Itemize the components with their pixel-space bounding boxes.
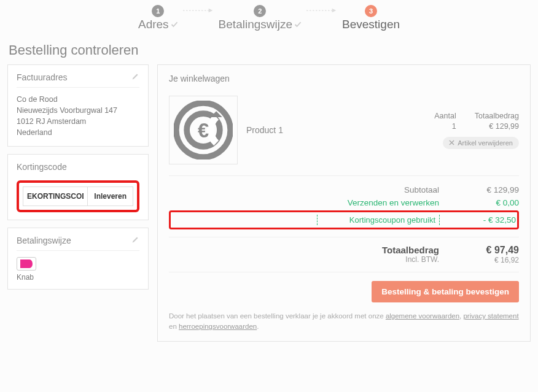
edit-icon[interactable]: [131, 72, 139, 82]
step-label: Bevestigen: [342, 18, 400, 31]
svg-text:€: €: [198, 119, 209, 142]
check-icon: [171, 21, 178, 28]
edit-icon[interactable]: [131, 236, 139, 245]
page-title: Bestelling controleren: [9, 42, 531, 58]
qty-label: Aantal: [434, 112, 456, 120]
line-total-value: € 129,99: [475, 122, 519, 131]
coupon-input[interactable]: [23, 186, 88, 206]
sep: en: [169, 323, 179, 330]
address-line: Nieuwezijds Voorburgwal 147: [17, 105, 139, 116]
step-label: Adres: [138, 18, 169, 31]
shipping-label: Verzenden en verwerken: [316, 198, 439, 207]
subtotal-label: Subtotaal: [316, 185, 439, 194]
step-label: Betalingswijze: [219, 18, 292, 31]
step-number: 1: [152, 5, 164, 17]
product-name: Product 1: [246, 125, 426, 135]
subtotal-value: € 129,99: [464, 185, 519, 194]
step-number: 2: [254, 5, 266, 17]
confirm-order-button[interactable]: Bestelling & betaling bevestigen: [372, 281, 519, 302]
privacy-link[interactable]: privacy statement: [463, 312, 518, 320]
coupon-card: Kortingscode Inleveren: [7, 154, 149, 220]
withdrawal-link[interactable]: herroepingsvoorwaarden: [179, 323, 257, 330]
billing-title: Factuuradres: [17, 72, 67, 82]
shipping-value: € 0,00: [464, 198, 519, 207]
legal-prefix: Door het plaatsen van een bestelling ver…: [169, 312, 386, 320]
payment-bank: Knab: [17, 273, 139, 282]
step-payment[interactable]: 2 Betalingswijze: [219, 5, 302, 31]
remove-item-button[interactable]: Artikel verwijderen: [443, 137, 519, 149]
address-line: Nederland: [17, 127, 139, 138]
vat-value: € 16,92: [464, 256, 519, 264]
check-icon: [294, 21, 302, 28]
euro-icon: €: [174, 101, 233, 159]
payment-title: Betalingswijze: [17, 236, 71, 245]
remove-label: Artikel verwijderen: [458, 139, 513, 147]
close-icon: [449, 140, 454, 145]
step-number: 3: [365, 5, 377, 17]
step-confirm[interactable]: 3 Bevestigen: [342, 5, 400, 31]
product-image: €: [169, 96, 238, 164]
cart-title: Je winkelwagen: [169, 74, 519, 83]
line-total-label: Totaalbedrag: [475, 112, 519, 120]
coupon-applied-label: Kortingscoupon gebruikt: [317, 215, 440, 225]
coupon-applied-row: Kortingscoupon gebruikt - € 32,50: [169, 210, 519, 229]
terms-link[interactable]: algemene voorwaarden: [386, 312, 459, 320]
cart-item: € Product 1 Aantal 1 Totaalbedrag € 129,…: [169, 96, 519, 176]
billing-card: Factuuradres Co de Rood Nieuwezijds Voor…: [7, 64, 149, 147]
arrow-icon: [183, 7, 214, 13]
address-line: 1012 RJ Amsterdam: [17, 116, 139, 127]
grand-total-value: € 97,49: [464, 245, 519, 256]
coupon-title: Kortingscode: [17, 162, 67, 172]
address-line: Co de Rood: [17, 94, 139, 105]
step-address[interactable]: 1 Adres: [138, 5, 178, 31]
legal-suffix: .: [257, 323, 259, 330]
coupon-submit-button[interactable]: Inleveren: [88, 186, 133, 206]
coupon-applied-value: - € 32,50: [464, 215, 516, 225]
grand-total-label: Totaalbedrag: [382, 245, 439, 255]
payment-card: Betalingswijze Knab: [7, 228, 149, 290]
legal-text: Door het plaatsen van een bestelling ver…: [169, 311, 519, 332]
qty-value: 1: [434, 122, 456, 131]
arrow-icon: [306, 7, 337, 13]
checkout-steps: 1 Adres 2 Betalingswijze 3 Bevestigen: [7, 0, 531, 39]
ideal-icon: [17, 257, 36, 271]
vat-label: Incl. BTW.: [382, 255, 439, 264]
